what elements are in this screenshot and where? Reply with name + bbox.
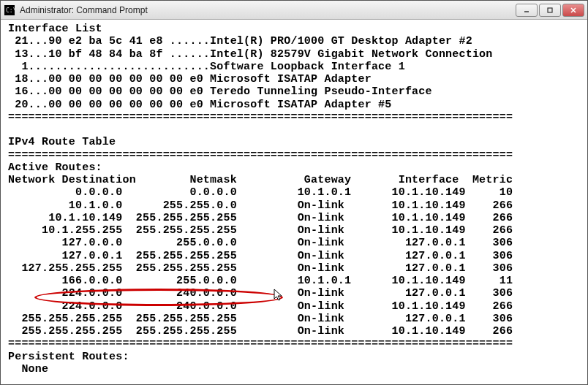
close-button[interactable] bbox=[562, 4, 584, 17]
route-row: 127.0.0.1 255.255.255.255 On-link 127.0.… bbox=[8, 250, 513, 262]
maximize-button[interactable] bbox=[539, 4, 561, 17]
route-row: 255.255.255.255 255.255.255.255 On-link … bbox=[8, 313, 513, 325]
route-row-highlighted: 166.0.0.0 255.0.0.0 10.1.0.1 10.1.10.149… bbox=[8, 275, 513, 287]
separator-line: ========================================… bbox=[8, 111, 513, 123]
route-row: 10.1.0.0 255.255.0.0 On-link 10.1.10.149… bbox=[8, 199, 513, 212]
route-row: 224.0.0.0 240.0.0.0 On-link 127.0.0.1 30… bbox=[8, 287, 513, 300]
route-column-header: Network Destination Netmask Gateway Inte… bbox=[8, 174, 513, 186]
window-controls bbox=[514, 4, 584, 17]
command-prompt-window: C:\ Administrator: Command Prompt Interf… bbox=[0, 0, 588, 385]
separator-line: ========================================… bbox=[8, 338, 513, 350]
svg-rect-3 bbox=[548, 8, 552, 12]
terminal-output[interactable]: Interface List 21...90 e2 ba 5c 41 e8 ..… bbox=[1, 20, 587, 384]
route-row: 224.0.0.0 240.0.0.0 On-link 10.1.10.149 … bbox=[8, 300, 513, 313]
route-row: 10.1.255.255 255.255.255.255 On-link 10.… bbox=[8, 224, 513, 237]
interface-row: 18...00 00 00 00 00 00 00 e0 Microsoft I… bbox=[8, 73, 372, 85]
interface-row: 13...10 bf 48 84 ba 8f ......Intel(R) 82… bbox=[8, 48, 493, 61]
interface-row: 1...........................Software Loo… bbox=[8, 61, 405, 73]
route-row: 255.255.255.255 255.255.255.255 On-link … bbox=[8, 325, 513, 338]
minimize-button[interactable] bbox=[516, 4, 538, 17]
route-row: 0.0.0.0 0.0.0.0 10.1.0.1 10.1.10.149 10 bbox=[8, 186, 513, 199]
cmd-icon: C:\ bbox=[4, 4, 15, 16]
interface-row: 21...90 e2 ba 5c 41 e8 ......Intel(R) PR… bbox=[8, 35, 472, 47]
ipv4-route-table-header: IPv4 Route Table bbox=[8, 136, 116, 148]
interface-list-header: Interface List bbox=[8, 23, 102, 35]
persistent-routes-header: Persistent Routes: bbox=[8, 351, 129, 363]
window-title: Administrator: Command Prompt bbox=[20, 5, 514, 15]
persistent-routes-none: None bbox=[8, 363, 48, 376]
route-row: 127.255.255.255 255.255.255.255 On-link … bbox=[8, 262, 513, 275]
titlebar[interactable]: C:\ Administrator: Command Prompt bbox=[1, 1, 587, 20]
separator-line: ========================================… bbox=[8, 149, 513, 161]
route-row: 127.0.0.0 255.0.0.0 On-link 127.0.0.1 30… bbox=[8, 237, 513, 249]
active-routes-header: Active Routes: bbox=[8, 161, 102, 174]
route-row: 10.1.10.149 255.255.255.255 On-link 10.1… bbox=[8, 212, 513, 224]
interface-row: 16...00 00 00 00 00 00 00 e0 Teredo Tunn… bbox=[8, 85, 432, 98]
interface-row: 20...00 00 00 00 00 00 00 e0 Microsoft I… bbox=[8, 99, 391, 111]
svg-text:C:\: C:\ bbox=[6, 7, 15, 14]
